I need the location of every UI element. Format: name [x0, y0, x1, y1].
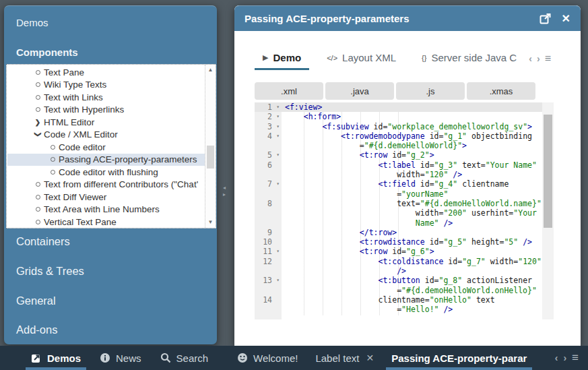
taskbar-item-demos[interactable]: Demos [31, 346, 81, 370]
tree-item-text-from-different-contributors-chat[interactable]: Text from different Contributors ("Chat' [7, 179, 205, 191]
line-number: 9 [255, 228, 282, 237]
tree-item-text-area-with-line-numbers[interactable]: Text Area with Line Numbers [7, 204, 205, 216]
chevron-down-icon[interactable]: ❯ [32, 131, 44, 138]
code-line[interactable]: width="120" /> [255, 170, 554, 179]
taskbar-item-passing-ace-property-parar[interactable]: Passing ACE-property-parar [391, 346, 527, 370]
code-text: <t:coldistance id="g_7" width="120" [282, 257, 542, 266]
code-line[interactable]: ="yourName" [255, 189, 554, 199]
code-line[interactable]: 11▾ <t:row id="g_6"> [255, 247, 554, 256]
taskbar-item-welcome-[interactable]: Welcome! [237, 346, 298, 370]
sidebar-section-demos[interactable]: Demos [16, 17, 48, 28]
code-line[interactable]: 3▾ <f:subview id="workplace_demohellowor… [255, 122, 554, 131]
tab-layout-xml[interactable]: </>Layout XML [319, 47, 404, 70]
splitter-collapse-left-icon[interactable]: ◂ [220, 185, 228, 191]
fold-icon[interactable]: ▾ [276, 112, 280, 121]
tab-demo[interactable]: ▶Demo [255, 47, 309, 70]
code-line[interactable]: ="#{d.demoHelloWorld.onHello}" [255, 286, 554, 295]
tab-scroll-right-icon[interactable]: › [537, 53, 540, 64]
braces-icon: {} [422, 54, 426, 62]
tree-item-code-xml-editor[interactable]: ❯Code / XML Editor [7, 129, 205, 142]
open-in-new-window-icon[interactable] [540, 13, 551, 24]
tree-item-wiki-type-texts[interactable]: Wiki Type Texts [7, 79, 205, 92]
code-text: width="200" userhint="Your [282, 208, 537, 218]
close-tab-icon[interactable]: ✕ [366, 352, 374, 363]
splitter-collapse-right-icon[interactable]: ▸ [220, 191, 228, 198]
taskbar-item-label-text[interactable]: Label text✕ [315, 346, 374, 370]
sidebar-section-add-ons[interactable]: Add-ons [16, 323, 57, 336]
code-line[interactable]: 4▾ <t:rowdemobodypane id="g_1" objectbin… [255, 131, 554, 141]
scroll-down-icon[interactable]: ▼ [205, 219, 216, 226]
line-number [255, 170, 282, 179]
tab-scroll-left-icon[interactable]: ‹ [529, 53, 532, 64]
code-editor[interactable]: 1▾<f:view>2▾ <h:form>3▾ <f:subview id="w… [255, 102, 554, 319]
document-window: Passing ACE-property-parameters ✕ ▶Demo<… [234, 5, 581, 346]
code-line[interactable]: 2▾ <h:form> [255, 112, 554, 121]
tree-item-text-with-links[interactable]: Text with Links [7, 91, 205, 104]
line-number [255, 141, 282, 150]
bullet-icon [32, 70, 44, 75]
code-line[interactable]: ="#{d.demoHelloWorld}"> [255, 141, 554, 150]
tree-item-text-with-hyperlinks[interactable]: Text with Hyperlinks [7, 104, 205, 117]
code-line[interactable]: 7▾ <t:field id="g_4" clientname [255, 179, 554, 189]
sidebar-section-components[interactable]: Components [16, 47, 78, 58]
tree-scroll-thumb[interactable] [207, 146, 214, 168]
tree-item-vertical-text-pane[interactable]: Vertical Text Pane [7, 216, 205, 227]
code-line[interactable]: /> [255, 266, 554, 276]
taskbar-item-label: Label text [315, 352, 359, 364]
code-line[interactable]: Name" /> [255, 218, 554, 228]
line-number: 13▾ [255, 276, 282, 285]
taskbar-item-news[interactable]: News [100, 346, 141, 370]
code-line[interactable]: width="200" userhint="Your [255, 208, 554, 218]
code-line[interactable]: 5▾ <t:row id="g_2"> [255, 150, 554, 160]
tree-item-html-editor[interactable]: ❯HTML Editor [7, 116, 205, 129]
code-line[interactable]: 12 <t:coldistance id="g_7" width="120" [255, 257, 554, 266]
tree-item-passing-ace-property-parameters[interactable]: Passing ACE-property-parameters [7, 154, 205, 166]
code-icon: </> [327, 54, 337, 62]
chevron-right-icon[interactable]: ❯ [32, 119, 44, 126]
code-scroll-thumb[interactable] [544, 115, 552, 228]
fold-icon[interactable]: ▾ [276, 179, 280, 189]
fold-icon[interactable]: ▾ [276, 276, 280, 285]
tree-item-text-diff-viewer[interactable]: Text Diff Viewer [7, 191, 205, 204]
code-line[interactable]: 13▾ <t:button id="g_8" actionListener [255, 276, 554, 285]
file-button-xmas[interactable]: .xmas [467, 82, 535, 100]
fold-icon[interactable]: ▾ [276, 102, 280, 112]
sidebar-section-grids-trees[interactable]: Grids & Trees [16, 265, 84, 278]
tree-item-label: Text Pane [44, 67, 84, 78]
tab-menu-icon[interactable]: ≡ [545, 53, 551, 65]
tree-scrollbar[interactable]: ▲ ▼ [205, 65, 216, 228]
taskbar-scroll-right-icon[interactable]: › [563, 352, 566, 363]
fold-icon[interactable]: ▾ [276, 247, 280, 256]
tree-item-text-pane[interactable]: Text Pane [7, 66, 205, 79]
file-button-js[interactable]: .js [396, 82, 465, 100]
tab-server-side-java-c[interactable]: {}Server side Java C [414, 47, 525, 70]
close-icon[interactable]: ✕ [562, 12, 570, 25]
taskbar-menu-icon[interactable]: ≡ [572, 351, 579, 365]
scroll-up-icon[interactable]: ▲ [205, 67, 216, 73]
sidebar-section-containers[interactable]: Containers [16, 235, 70, 248]
fold-icon[interactable]: ▾ [276, 122, 280, 131]
code-line[interactable]: ="Hello!" /> [255, 305, 554, 314]
code-line[interactable]: 10 <t:rowdistance id="g_5" height="5" /> [255, 237, 554, 247]
code-line[interactable]: 6 <t:label id="g_3" text="Your Name" [255, 160, 554, 170]
fold-icon[interactable]: ▾ [276, 150, 280, 160]
window-splitter[interactable]: ◂ ▸ [220, 185, 228, 198]
tree-item-label: Text from different Contributors ("Chat' [44, 179, 198, 189]
file-button-java[interactable]: .java [325, 82, 394, 100]
file-button-xml[interactable]: .xml [255, 82, 323, 100]
line-number: 3▾ [255, 122, 282, 131]
tree-item-code-editor[interactable]: Code editor [7, 141, 205, 154]
fold-icon[interactable]: ▾ [276, 131, 280, 141]
code-line[interactable]: 8 text="#{d.demoHelloWorld.name}" [255, 199, 554, 208]
code-line[interactable]: 14 clientname="onHello" text [255, 295, 554, 305]
code-text: <f:view> [282, 102, 322, 112]
code-scrollbar[interactable] [542, 102, 554, 319]
code-line[interactable]: 1▾<f:view> [255, 102, 554, 112]
search-icon [160, 352, 171, 363]
taskbar-item-search[interactable]: Search [160, 346, 209, 370]
sidebar-section-general[interactable]: General [16, 295, 56, 307]
tree-item-code-editor-with-flushing[interactable]: Code editor with flushing [7, 166, 205, 179]
bullet-icon [46, 157, 59, 162]
taskbar-scroll-left-icon[interactable]: ‹ [555, 352, 558, 363]
code-line[interactable]: 9 </t:row> [255, 228, 554, 237]
